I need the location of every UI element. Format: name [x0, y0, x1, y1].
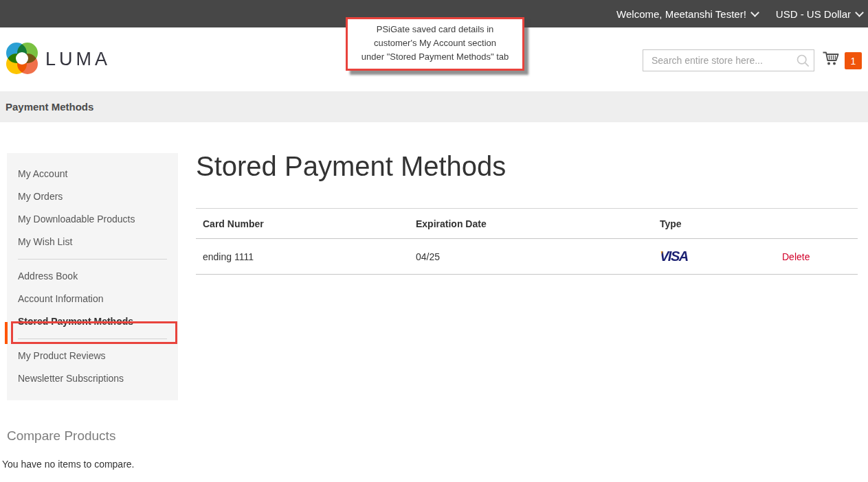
- card-type-cell: VISA: [653, 239, 770, 275]
- account-sidebar-nav: My Account My Orders My Downloadable Pro…: [7, 153, 178, 400]
- cart-count-badge: 1: [845, 52, 862, 69]
- sidebar-divider: [18, 259, 167, 260]
- compare-empty-message: You have no items to compare.: [2, 459, 135, 470]
- sidebar-item-newsletter-subscriptions[interactable]: Newsletter Subscriptions: [7, 367, 178, 390]
- table-header-row: Card Number Expiration Date Type: [196, 209, 858, 239]
- column-header-expiration-date: Expiration Date: [409, 209, 653, 239]
- sidebar-divider: [18, 338, 167, 339]
- search-box: [643, 49, 814, 71]
- minicart-button[interactable]: 1: [822, 50, 862, 69]
- expiration-date-cell: 04/25: [409, 239, 653, 275]
- compare-products-title: Compare Products: [7, 428, 115, 444]
- logo-text: LUMA: [45, 49, 111, 70]
- page-context-bar: Payment Methods: [0, 91, 868, 122]
- chevron-down-icon: [855, 8, 864, 17]
- page-context-title: Payment Methods: [5, 101, 93, 113]
- annotation-line: PSiGate saved card details in: [348, 23, 522, 36]
- chevron-down-icon: [750, 8, 759, 17]
- annotation-line: customer's My Account section: [348, 36, 522, 50]
- annotation-line: under "Stored Payment Methods" tab: [348, 50, 522, 64]
- search-icon: [796, 54, 810, 68]
- sidebar-item-address-book[interactable]: Address Book: [7, 265, 178, 288]
- action-cell: Delete: [770, 239, 858, 275]
- table-row: ending 1111 04/25 VISA Delete: [196, 239, 858, 275]
- storefront-page: Welcome, Meetanshi Tester! USD - US Doll…: [0, 0, 868, 482]
- sidebar-item-my-product-reviews[interactable]: My Product Reviews: [7, 345, 178, 367]
- search-button[interactable]: [796, 54, 810, 68]
- currency-text: USD - US Dollar: [776, 8, 851, 20]
- luma-logo[interactable]: LUMA: [5, 41, 111, 76]
- currency-switcher-dropdown[interactable]: USD - US Dollar: [776, 8, 863, 20]
- annotation-callout: PSiGate saved card details in customer's…: [346, 17, 524, 71]
- sidebar-item-my-orders[interactable]: My Orders: [7, 185, 178, 208]
- card-number-cell: ending 1111: [196, 239, 409, 275]
- page-title: Stored Payment Methods: [196, 151, 506, 182]
- sidebar-item-my-wish-list[interactable]: My Wish List: [7, 231, 178, 253]
- welcome-text: Welcome, Meetanshi Tester!: [616, 8, 746, 20]
- delete-link[interactable]: Delete: [782, 251, 810, 262]
- column-header-type: Type: [653, 209, 770, 239]
- cart-icon: [822, 50, 840, 68]
- visa-logo: VISA: [660, 251, 688, 262]
- column-header-card-number: Card Number: [196, 209, 409, 239]
- column-header-actions: [770, 209, 858, 239]
- sidebar-item-my-downloadable-products[interactable]: My Downloadable Products: [7, 208, 178, 231]
- sidebar-item-stored-payment-methods[interactable]: Stored Payment Methods: [7, 310, 178, 333]
- sidebar-item-my-account[interactable]: My Account: [7, 163, 178, 185]
- luma-logo-icon: [5, 41, 38, 76]
- customer-welcome-dropdown[interactable]: Welcome, Meetanshi Tester!: [616, 8, 758, 20]
- search-input[interactable]: [643, 50, 814, 71]
- stored-payments-table: Card Number Expiration Date Type ending …: [196, 208, 858, 275]
- sidebar-item-account-information[interactable]: Account Information: [7, 288, 178, 310]
